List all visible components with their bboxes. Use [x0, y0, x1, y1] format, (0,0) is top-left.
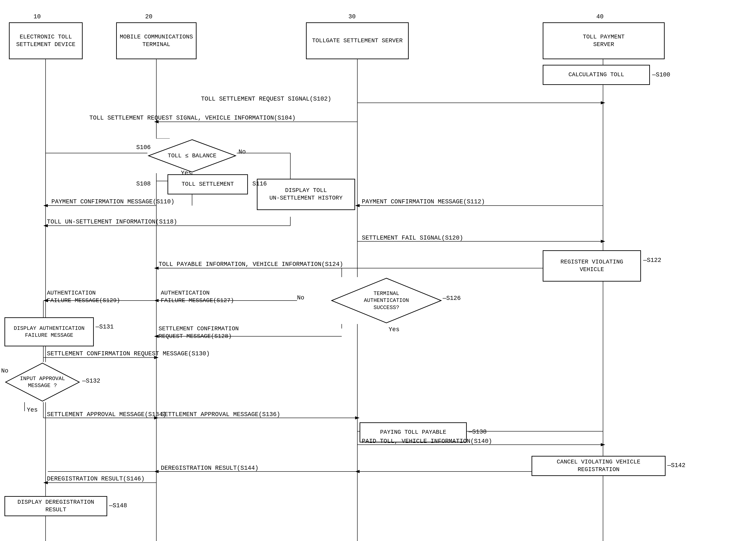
entity-40-number: 40	[596, 13, 604, 20]
svg-marker-24	[154, 267, 158, 270]
s102-label: TOLL SETTLEMENT REQUEST SIGNAL(S102)	[201, 96, 331, 102]
s138-step: —S138	[469, 429, 487, 435]
s104-label: TOLL SETTLEMENT REQUEST SIGNAL, VEHICLE …	[89, 115, 296, 121]
entity-30-number: 30	[349, 13, 356, 20]
s110-label: PAYMENT CONFIRMATION MESSAGE(S110)	[51, 199, 174, 205]
s108-box: TOLL SETTLEMENT	[167, 174, 248, 195]
entity-40-box: TOLL PAYMENTSERVER	[543, 22, 665, 59]
s126-no-label: No	[297, 294, 304, 301]
s132-step: —S132	[82, 378, 100, 384]
s131-step: —S131	[96, 323, 114, 330]
s148-step: —S148	[109, 502, 127, 509]
svg-marker-40	[601, 443, 605, 446]
svg-marker-62	[154, 299, 158, 302]
s128-label: SETTLEMENT CONFIRMATIONREQUEST MESSAGE(S…	[158, 325, 239, 340]
s116-box: DISPLAY TOLLUN-SETTLEMENT HISTORY	[257, 179, 355, 210]
s127-label: AUTHENTICATIONFAILURE MESSAGE(S127)	[161, 289, 234, 304]
s131-box: DISPLAY AUTHENTICATIONFAILURE MESSAGE	[4, 317, 94, 346]
s122-step: —S122	[643, 257, 661, 264]
s132-diamond: INPUT APPROVALMESSAGE ?	[4, 362, 81, 402]
s100-label: —S100	[652, 72, 670, 78]
svg-marker-44	[154, 470, 158, 473]
s120-label: SETTLEMENT FAIL SIGNAL(S120)	[362, 235, 463, 241]
svg-marker-16	[355, 204, 360, 207]
s106-step: S106	[136, 144, 151, 151]
s140-label: PAID TOLL, VEHICLE INFORMATION(S140)	[362, 438, 492, 445]
flowchart-diagram: 10 20 30 40 ELECTRONIC TOLL SETTLEMENT D…	[0, 0, 756, 541]
s146-label: DEREGISTRATION RESULT(S146)	[47, 475, 144, 482]
s122-box: REGISTER VIOLATINGVEHICLE	[543, 250, 641, 281]
s106-no-label: No	[239, 149, 246, 155]
svg-marker-42	[355, 470, 360, 473]
entity-10-number: 10	[34, 13, 41, 20]
s142-box: CANCEL VIOLATING VEHICLE REGISTRATION	[532, 456, 665, 476]
s126-diamond: TERMINALAUTHENTICATIONSUCCESS?	[331, 277, 442, 324]
s124-label: TOLL PAYABLE INFORMATION, VEHICLE INFORM…	[158, 261, 343, 268]
s144-label: DEREGISTRATION RESULT(S144)	[161, 465, 258, 471]
s134-label: SETTLEMENT APPROVAL MESSAGE(S134)	[47, 411, 166, 418]
s118-label: TOLL UN-SETTLEMENT INFORMATION(S118)	[47, 219, 177, 225]
s100-box: CALCULATING TOLL	[543, 65, 650, 85]
svg-marker-14	[43, 204, 48, 207]
s116-step: S116	[252, 181, 267, 187]
s132-no-label: No	[1, 367, 8, 374]
s126-step: —S126	[443, 295, 461, 302]
svg-marker-30	[154, 335, 158, 338]
s126-yes-label: Yes	[388, 326, 399, 333]
entity-30-box: TOLLGATE SETTLEMENT SERVER	[306, 22, 409, 59]
s108-step: S108	[136, 181, 151, 187]
entity-20-number: 20	[145, 13, 152, 20]
svg-marker-5	[601, 101, 605, 104]
s112-label: PAYMENT CONFIRMATION MESSAGE(S112)	[362, 199, 485, 205]
s129-label: AUTHENTICATIONFAILURE MESSAGE(S129)	[47, 289, 120, 304]
s136-label: SETTLEMENT APPROVAL MESSAGE(S136)	[161, 411, 280, 418]
s132-yes-label: Yes	[27, 407, 38, 413]
s130-label: SETTLEMENT CONFIRMATION REQUEST MESSAGE(…	[47, 350, 210, 357]
entity-20-box: MOBILE COMMUNICATIONSTERMINAL	[116, 22, 196, 59]
svg-marker-38	[355, 416, 360, 419]
s142-step: —S142	[667, 462, 685, 469]
svg-marker-22	[601, 240, 605, 243]
entity-10-box: ELECTRONIC TOLL SETTLEMENT DEVICE	[9, 22, 83, 59]
s148-box: DISPLAY DEREGISTRATION RESULT	[4, 496, 107, 516]
s106-diamond: TOLL ≤ BALANCE	[147, 139, 237, 173]
